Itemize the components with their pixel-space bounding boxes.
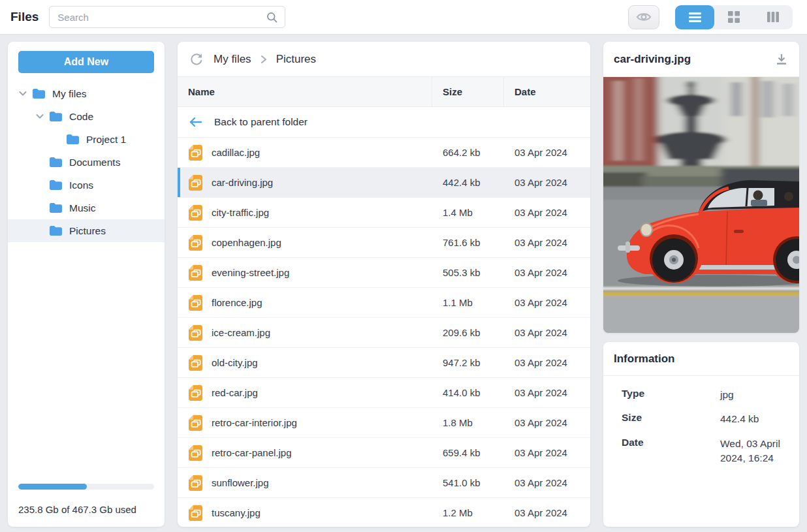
refresh-button[interactable]: [188, 51, 204, 67]
storage-widget: 235.8 Gb of 467.3 Gb used: [18, 484, 154, 515]
download-icon: [775, 53, 788, 66]
file-date: 03 Apr 2024: [504, 228, 590, 257]
sidebar-folder-item[interactable]: Documents: [8, 151, 165, 174]
image-file-icon: [188, 264, 203, 281]
info-label: Size: [622, 412, 720, 426]
image-file-icon: [188, 324, 203, 341]
storage-progress-bar: [18, 484, 154, 490]
storage-label: 235.8 Gb of 467.3 Gb used: [18, 504, 154, 515]
file-size: 1.1 Mb: [432, 288, 504, 317]
folder-label: Project 1: [86, 134, 126, 146]
columns-view-icon: [767, 12, 779, 22]
view-switcher: [675, 5, 793, 29]
info-row: Type jpg: [622, 388, 786, 402]
file-name: car-driving.jpg: [212, 177, 273, 188]
file-date: 03 Apr 2024: [504, 438, 590, 467]
file-size: 664.2 kb: [432, 138, 504, 167]
folder-icon: [48, 157, 63, 168]
file-date: 03 Apr 2024: [504, 198, 590, 227]
folder-icon: [48, 225, 63, 236]
search-box: [49, 6, 285, 28]
file-row[interactable]: old-city.jpg 947.2 kb 03 Apr 2024: [178, 348, 590, 378]
sidebar-folder-item[interactable]: Code: [8, 105, 165, 128]
file-size: 209.6 kb: [432, 318, 504, 347]
sidebar-folder-item[interactable]: Pictures: [8, 219, 165, 242]
breadcrumb-current[interactable]: Pictures: [276, 53, 316, 66]
file-row[interactable]: sunflower.jpg 541.0 kb 03 Apr 2024: [178, 468, 590, 498]
file-name: city-traffic.jpg: [212, 207, 269, 218]
preview-header: car-driving.jpg: [603, 42, 799, 77]
file-name: ice-cream.jpg: [212, 327, 270, 338]
info-value: Wed, 03 April 2024, 16:24: [720, 437, 783, 466]
download-button[interactable]: [773, 51, 790, 68]
file-date: 03 Apr 2024: [504, 318, 590, 347]
preview-toggle-button[interactable]: [628, 5, 659, 29]
add-new-button[interactable]: Add New: [18, 51, 154, 73]
sidebar-folder-item[interactable]: Music: [8, 196, 165, 219]
folder-label: Music: [69, 202, 95, 214]
file-size: 541.0 kb: [432, 468, 504, 497]
file-name: retro-car-panel.jpg: [212, 447, 292, 458]
file-date: 03 Apr 2024: [504, 258, 590, 287]
file-name: florence.jpg: [212, 297, 262, 308]
info-value: jpg: [720, 388, 783, 402]
grid-view-icon: [728, 11, 740, 23]
folder-label: Documents: [69, 157, 120, 168]
file-size: 414.0 kb: [432, 378, 504, 407]
file-name: sunflower.jpg: [212, 477, 269, 488]
file-row[interactable]: florence.jpg 1.1 Mb 03 Apr 2024: [178, 288, 590, 318]
grid-view-button[interactable]: [714, 5, 753, 29]
file-row[interactable]: copenhagen.jpg 761.6 kb 03 Apr 2024: [178, 228, 590, 258]
image-file-icon: [188, 505, 203, 522]
search-input[interactable]: [57, 12, 266, 23]
back-label: Back to parent folder: [214, 116, 308, 128]
file-date: 03 Apr 2024: [504, 408, 590, 437]
breadcrumb-root[interactable]: My files: [214, 53, 251, 66]
file-date: 03 Apr 2024: [504, 138, 590, 167]
file-row[interactable]: red-car.jpg 414.0 kb 03 Apr 2024: [178, 378, 590, 408]
sidebar-folder-item[interactable]: Project 1: [8, 128, 165, 151]
columns-view-button[interactable]: [753, 5, 793, 29]
file-row[interactable]: retro-car-interior.jpg 1.8 Mb 03 Apr 202…: [178, 408, 590, 438]
file-name: tuscany.jpg: [212, 507, 261, 518]
file-row[interactable]: car-driving.jpg 442.4 kb 03 Apr 2024: [178, 168, 590, 198]
list-view-icon: [689, 12, 701, 22]
info-rows: Type jpg Size 442.4 kb Date Wed, 03 Apri…: [603, 376, 799, 466]
arrow-left-icon: [188, 116, 202, 128]
image-file-icon: [188, 445, 203, 462]
file-name: copenhagen.jpg: [212, 237, 281, 248]
image-file-icon: [188, 415, 203, 431]
file-size: 1.2 Mb: [432, 498, 504, 527]
file-name: red-car.jpg: [212, 387, 258, 398]
sidebar-folder-item[interactable]: My files: [8, 82, 165, 105]
car-photo-illustration: [603, 77, 799, 333]
app-title: Files: [10, 10, 39, 24]
file-row[interactable]: retro-car-panel.jpg 659.4 kb 03 Apr 2024: [178, 438, 590, 468]
list-view-button[interactable]: [675, 5, 714, 29]
file-row[interactable]: cadillac.jpg 664.2 kb 03 Apr 2024: [178, 138, 590, 168]
refresh-icon: [189, 52, 203, 66]
preview-filename: car-driving.jpg: [614, 53, 691, 66]
file-name: evening-street.jpg: [212, 267, 289, 278]
file-date: 03 Apr 2024: [504, 498, 590, 527]
folder-icon: [48, 180, 63, 191]
file-size: 761.6 kb: [432, 228, 504, 257]
info-value: 442.4 kb: [720, 412, 783, 426]
details-column: car-driving.jpg: [603, 42, 799, 527]
image-file-icon: [188, 234, 203, 251]
back-to-parent-row[interactable]: Back to parent folder: [178, 107, 590, 138]
file-row[interactable]: city-traffic.jpg 1.4 Mb 03 Apr 2024: [178, 198, 590, 228]
file-name: cadillac.jpg: [212, 147, 260, 158]
folder-label: Code: [69, 111, 93, 123]
file-row[interactable]: tuscany.jpg 1.2 Mb 03 Apr 2024: [178, 498, 590, 527]
folder-icon: [65, 134, 80, 145]
file-size: 505.3 kb: [432, 258, 504, 287]
image-file-icon: [188, 475, 203, 492]
file-row[interactable]: evening-street.jpg 505.3 kb 03 Apr 2024: [178, 258, 590, 288]
file-size: 442.4 kb: [432, 168, 504, 197]
folder-label: Pictures: [69, 225, 106, 237]
sidebar-folder-item[interactable]: Icons: [8, 174, 165, 196]
file-row[interactable]: ice-cream.jpg 209.6 kb 03 Apr 2024: [178, 318, 590, 348]
folder-tree: My files Code Project 1 Documents Ic: [8, 82, 165, 242]
column-header-size: Size: [432, 77, 504, 106]
